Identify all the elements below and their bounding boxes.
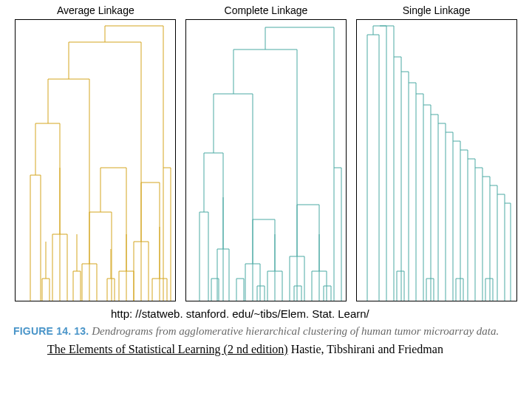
dendrogram-complete [185,19,347,301]
panel-title: Average Linkage [15,4,176,16]
panel-single-linkage: Single Linkage [356,4,517,301]
panel-average-linkage: Average Linkage [15,4,176,301]
figure-label: FIGURE 14. 13. [13,325,89,337]
dendrogram-single [356,19,517,301]
panel-title: Complete Linkage [185,4,347,16]
book-authors: Hastie, Tibshirani and Friedman [288,343,443,355]
panel-title: Single Linkage [356,4,517,16]
figure-caption: FIGURE 14. 13. Dendrograms from agglomer… [13,324,519,338]
source-url: http: //statweb. stanford. edu/~tibs/Ele… [111,307,532,320]
panel-complete-linkage: Complete Linkage [185,4,347,301]
figure-caption-body: Dendrograms from agglomerative hierarchi… [92,325,499,337]
dendrogram-average [15,19,176,301]
book-title: The Elements of Statistical Learning (2 … [47,343,288,355]
dendrogram-panels: Average Linkage Complete Linkage Single … [0,0,532,301]
book-attribution: The Elements of Statistical Learning (2 … [47,343,532,356]
